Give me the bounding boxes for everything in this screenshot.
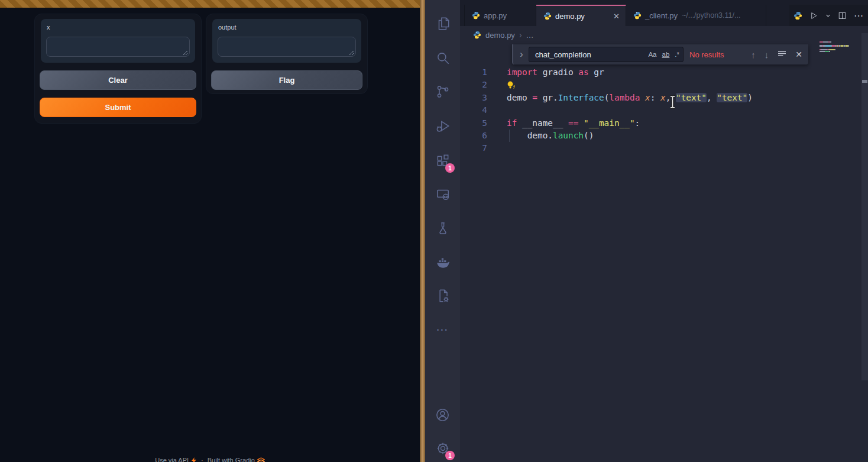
code-lines[interactable]: 1import gradio as gr23demo = gr.Interfac… (460, 66, 815, 155)
search-icon[interactable] (425, 46, 460, 70)
line-number: 7 (460, 142, 487, 154)
output-column: output Flag (206, 14, 368, 94)
api-bolt-icon (191, 457, 197, 462)
line-number: 1 (460, 66, 487, 79)
test-beaker-icon[interactable] (425, 217, 460, 240)
code-line[interactable]: 3demo = gr.Interface(lambda x: x, "text"… (460, 92, 815, 104)
find-expand-chevron-icon[interactable]: › (517, 49, 526, 60)
whole-word-icon[interactable]: ab (662, 51, 670, 58)
breadcrumb-file[interactable]: demo.py (485, 31, 515, 40)
use-via-api-link[interactable]: Use via API (155, 457, 197, 462)
find-previous-icon[interactable]: ↑ (751, 50, 756, 60)
gradio-app-pane: x Clear Submit output Flag Use via API (0, 0, 420, 462)
line-number: 5 (460, 117, 487, 130)
task-file-gear-icon[interactable] (425, 284, 460, 308)
breadcrumb-chevron-icon: › (519, 30, 522, 40)
find-input[interactable] (534, 50, 643, 60)
output-label: output (218, 24, 237, 31)
python-file-icon (473, 31, 481, 39)
code-line[interactable]: 7 (460, 142, 815, 154)
python-file-icon (543, 12, 552, 20)
tab-label: demo.py (555, 12, 585, 21)
python-file-icon (472, 11, 480, 20)
python-file-icon (633, 11, 642, 20)
input-column: x Clear Submit (34, 14, 202, 124)
breadcrumb[interactable]: demo.py › … (473, 26, 534, 44)
line-number: 6 (460, 130, 487, 142)
tab-close-icon[interactable]: ✕ (613, 12, 620, 21)
settings-gear-icon[interactable]: 1 (425, 437, 460, 460)
remote-explorer-icon[interactable] (425, 183, 460, 206)
scrollbar-thumb[interactable] (861, 33, 868, 380)
tab-app-py[interactable]: app.py (464, 5, 536, 26)
tab-path: ~/.../python3.11/... (682, 11, 741, 20)
window-divider-sash[interactable] (420, 0, 425, 462)
find-close-icon[interactable]: ✕ (795, 50, 802, 59)
editor-group: app.py demo.py ✕ _client.py ~/.../python… (460, 0, 868, 462)
code-line[interactable]: 5if __name__ == "__main__": (460, 117, 815, 130)
line-number: 4 (460, 104, 487, 117)
tab-label: _client.py (645, 11, 678, 20)
extensions-icon[interactable]: 1 (425, 149, 460, 173)
input-label: x (47, 24, 50, 31)
vscode-window: 1 ⋯ (425, 0, 868, 462)
output-textarea[interactable] (218, 37, 356, 57)
additional-views-icon[interactable]: ⋯ (425, 318, 460, 341)
find-next-icon[interactable]: ↓ (765, 50, 769, 60)
regex-icon[interactable]: .* (675, 51, 679, 58)
footer-separator: · (201, 457, 203, 462)
line-number: 3 (460, 92, 487, 104)
docker-icon[interactable] (425, 251, 460, 274)
submit-button[interactable]: Submit (40, 98, 196, 117)
run-dropdown-chevron-icon[interactable] (825, 13, 831, 18)
built-with-gradio-link[interactable]: Built with Gradio (208, 457, 265, 462)
indent-guide (509, 130, 510, 142)
input-textbox-block: x (41, 19, 195, 63)
extensions-badge: 1 (445, 163, 455, 173)
quick-fix-lightbulb-icon[interactable] (506, 80, 516, 90)
loading-stripe-bar (0, 0, 420, 8)
run-debug-icon[interactable] (425, 114, 460, 138)
code-line[interactable]: 4 (460, 104, 815, 117)
find-status: No results (689, 50, 724, 59)
flag-button[interactable]: Flag (211, 70, 362, 90)
account-icon[interactable] (425, 403, 460, 427)
minimap[interactable] (820, 41, 857, 54)
breadcrumb-more[interactable]: … (526, 31, 534, 40)
code-line[interactable]: 1import gradio as gr (460, 66, 815, 79)
input-textarea[interactable] (46, 37, 190, 57)
line-number: 2 (460, 79, 487, 91)
find-in-selection-icon[interactable] (778, 49, 786, 60)
code-line[interactable]: 6 demo.launch() (460, 130, 815, 142)
overview-ruler-marker (862, 80, 867, 83)
run-file-icon[interactable] (809, 11, 818, 20)
source-control-icon[interactable] (425, 80, 460, 104)
tab-label: app.py (484, 11, 507, 20)
gradio-logo-icon (257, 457, 265, 462)
screen: x Clear Submit output Flag Use via API (0, 0, 868, 462)
split-editor-icon[interactable] (838, 11, 847, 20)
activity-bar: 1 ⋯ (425, 0, 460, 462)
find-input-box: Aa ab .* (529, 47, 684, 62)
more-actions-icon[interactable]: ⋯ (854, 10, 864, 21)
output-textbox-block: output (212, 19, 361, 63)
clear-button[interactable]: Clear (40, 70, 196, 90)
settings-badge: 1 (445, 451, 455, 460)
match-case-icon[interactable]: Aa (648, 51, 656, 58)
gradio-footer: Use via API · Built with Gradio (0, 457, 420, 462)
editor-actions: ⋯ (789, 5, 868, 26)
find-widget: › Aa ab .* No results ↑ ↓ ✕ (512, 44, 808, 64)
tab-client-py[interactable]: _client.py ~/.../python3.11/... (626, 5, 766, 26)
explorer-icon[interactable] (425, 12, 460, 35)
python-interpreter-icon[interactable] (793, 11, 802, 20)
tab-demo-py[interactable]: demo.py ✕ (536, 5, 626, 26)
mouse-text-cursor (668, 95, 677, 109)
tab-bar: app.py demo.py ✕ _client.py ~/.../python… (460, 0, 868, 26)
